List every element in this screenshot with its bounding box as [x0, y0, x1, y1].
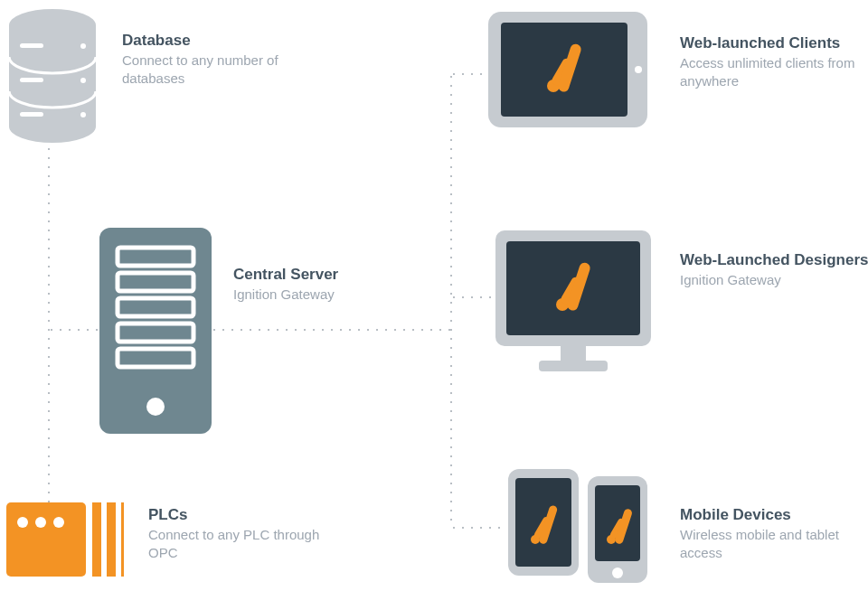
- database-label: Database Connect to any number of databa…: [122, 32, 312, 89]
- mobile-desc: Wireless mobile and tablet access: [680, 526, 868, 563]
- web-clients-icon: [488, 12, 647, 131]
- web-clients-title: Web-launched Clients: [680, 34, 868, 52]
- svg-rect-20: [92, 502, 101, 577]
- svg-rect-32: [539, 361, 608, 371]
- web-clients-label: Web-launched Clients Access unlimited cl…: [680, 34, 868, 91]
- svg-point-15: [146, 398, 165, 416]
- server-icon: [99, 228, 212, 437]
- mobile-label: Mobile Devices Wireless mobile and table…: [680, 506, 868, 563]
- mobile-title: Mobile Devices: [680, 506, 868, 524]
- server-title: Central Server: [233, 266, 414, 284]
- server-label: Central Server Ignition Gateway: [233, 266, 414, 304]
- web-designers-label: Web-Launched Designers Ignition Gateway: [680, 251, 868, 289]
- connector: [47, 145, 51, 533]
- svg-point-43: [612, 568, 623, 578]
- web-designers-icon: [495, 230, 651, 377]
- plcs-title: PLCs: [148, 506, 338, 524]
- svg-point-18: [35, 517, 46, 528]
- svg-rect-16: [6, 502, 86, 577]
- svg-point-19: [53, 517, 64, 528]
- connector: [449, 72, 453, 528]
- server-desc: Ignition Gateway: [233, 286, 414, 304]
- connector: [449, 526, 504, 530]
- plcs-icon: [6, 502, 124, 580]
- svg-rect-21: [107, 502, 116, 577]
- svg-point-6: [80, 78, 86, 83]
- web-clients-desc: Access unlimited clients from anywhere: [680, 54, 868, 91]
- database-title: Database: [122, 32, 312, 50]
- svg-rect-5: [20, 78, 43, 82]
- svg-point-17: [17, 517, 28, 528]
- svg-rect-31: [561, 346, 586, 361]
- svg-point-4: [80, 43, 86, 49]
- web-designers-title: Web-Launched Designers: [680, 251, 868, 269]
- svg-rect-3: [20, 43, 43, 48]
- database-desc: Connect to any number of databases: [122, 52, 312, 89]
- svg-rect-22: [121, 502, 124, 577]
- mobile-devices-icon: [508, 469, 653, 588]
- plcs-label: PLCs Connect to any PLC through OPC: [148, 506, 338, 563]
- web-designers-desc: Ignition Gateway: [680, 271, 868, 289]
- plcs-desc: Connect to any PLC through OPC: [148, 526, 338, 563]
- database-icon: [7, 9, 98, 146]
- svg-point-8: [80, 112, 86, 117]
- svg-rect-7: [20, 112, 43, 117]
- svg-point-25: [635, 66, 642, 73]
